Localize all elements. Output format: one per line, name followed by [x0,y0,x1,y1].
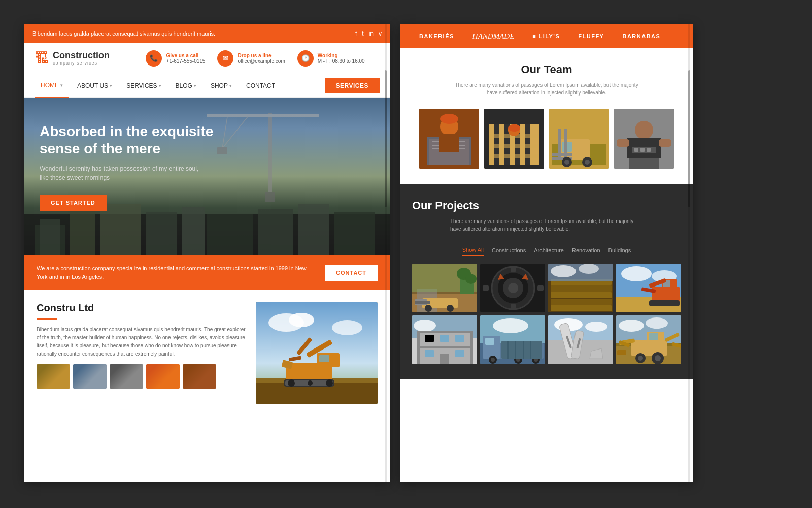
nav-services[interactable]: SERVICES ▾ [120,74,167,98]
logo-sub: company services [53,60,110,66]
svg-rect-74 [634,148,638,152]
logo-text: Construction company services [53,51,110,66]
nav-home[interactable]: HOME ▾ [35,74,69,98]
thumbnail-3[interactable] [110,364,143,389]
project-img-8 [616,315,681,364]
svg-rect-100 [537,285,544,291]
lily-bullet: ■ [532,33,536,39]
svg-rect-106 [551,305,612,311]
linkedin-icon[interactable]: in [369,30,374,37]
svg-point-108 [551,265,576,277]
svg-rect-99 [483,285,489,291]
right-nav-bakeries[interactable]: BAKERIÉS [410,24,463,48]
about-title: Constru Ltd [37,302,246,314]
project-card-1[interactable] [412,264,477,312]
project-card-5[interactable] [412,315,477,364]
filter-show-all[interactable]: Show All [462,245,484,256]
svg-point-145 [491,358,495,362]
projects-title: Our Projects [412,199,681,212]
svg-rect-129 [417,346,473,348]
svg-rect-53 [489,144,539,148]
svg-rect-132 [455,335,464,342]
project-img-3 [548,264,613,312]
email-details: Drop us a line office@example.com [238,53,285,64]
nav-services-button[interactable]: SERVICES [325,78,380,93]
nav-shop[interactable]: SHOP ▾ [205,74,238,98]
project-card-7[interactable] [548,315,613,364]
about-thumbnails [37,364,246,389]
svg-rect-76 [647,148,651,152]
phone-details: Give us a call +1-617-555-0115 [166,53,205,64]
project-card-8[interactable] [616,315,681,364]
svg-point-165 [646,318,668,329]
svg-point-71 [635,121,653,139]
filter-architecture[interactable]: Architecture [534,245,564,256]
project-img-5 [412,315,477,364]
email-label: Drop us a line [238,53,285,58]
svg-point-124 [414,320,436,332]
info-contact-button[interactable]: CONTACT [325,265,378,281]
hero-title: Absorbed in the exquisite sense of the m… [40,123,222,157]
svg-point-67 [564,160,569,165]
site-header: 🏗 Construction company services 📞 Give u… [24,43,390,74]
logo[interactable]: 🏗 Construction company services [35,50,116,67]
project-img-1 [412,264,477,312]
thumbnail-4[interactable] [146,364,180,389]
hero-section: Absorbed in the exquisite sense of the m… [24,98,390,255]
services-arrow: ▾ [159,83,161,88]
hero-cta-button[interactable]: GET STARTED [40,195,107,211]
thumbnail-2[interactable] [73,364,107,389]
right-nav-fluffy[interactable]: FLUFFY [569,24,613,48]
right-top-nav: BAKERIÉS Handmade ■LILY'S FLUFFY BARNABA… [400,24,693,48]
svg-point-34 [308,380,313,386]
svg-rect-77 [617,139,629,147]
nav-blog[interactable]: BLOG ▾ [170,74,202,98]
svg-rect-63 [558,129,561,160]
svg-rect-97 [511,266,516,272]
topbar-text: Bibendum lacus gralda placerat consequat… [32,30,215,37]
svg-point-91 [465,274,477,284]
svg-point-156 [585,322,607,332]
hours-info: 🕐 Working M - F: 08.30 to 16.00 [297,50,365,67]
filter-buildings[interactable]: Buildings [608,245,631,256]
phone-info: 📞 Give us a call +1-617-555-0115 [146,50,205,67]
project-img-7 [548,315,613,364]
phone-icon: 📞 [146,50,162,67]
thumbnail-5[interactable] [183,364,216,389]
right-scrollbar-thumb [688,70,690,207]
header-contact-info: 📞 Give us a call +1-617-555-0115 ✉ Drop … [131,50,380,67]
right-nav-handmade[interactable]: Handmade [463,24,524,48]
svg-point-109 [579,264,599,274]
email-info: ✉ Drop us a line office@example.com [217,50,285,67]
svg-rect-120 [649,300,680,306]
project-card-3[interactable] [548,264,613,312]
phone-label: Give us a call [166,53,205,58]
vimeo-icon[interactable]: v [379,30,382,37]
svg-point-33 [326,379,333,387]
thumbnail-1[interactable] [37,364,70,389]
left-scrollbar[interactable] [385,24,387,482]
right-nav-barnabas[interactable]: BARNABAS [613,24,669,48]
nav-about[interactable]: ABOUT US ▾ [71,74,118,98]
svg-point-32 [288,379,295,387]
nav-contact[interactable]: CONTACT [240,74,281,98]
filter-renovation[interactable]: Renovation [572,245,600,256]
right-nav-lilys[interactable]: ■LILY'S [523,24,569,48]
svg-rect-104 [551,292,612,298]
filter-constructions[interactable]: Constructions [492,245,526,256]
project-card-2[interactable] [480,264,545,312]
right-scrollbar[interactable] [688,24,690,482]
project-card-6[interactable] [480,315,545,364]
project-img-6 [480,315,545,364]
blog-arrow: ▾ [194,83,196,88]
svg-rect-43 [439,134,459,152]
about-divider [37,318,57,320]
svg-point-96 [508,283,518,293]
projects-section: Our Projects There are many variations o… [400,184,693,379]
project-img-2 [480,264,545,312]
project-card-4[interactable] [616,264,681,312]
team-section: Our Team There are many variations of pa… [400,48,693,184]
twitter-icon[interactable]: t [362,30,363,37]
logo-icon: 🏗 [35,50,49,67]
facebook-icon[interactable]: f [355,30,357,37]
